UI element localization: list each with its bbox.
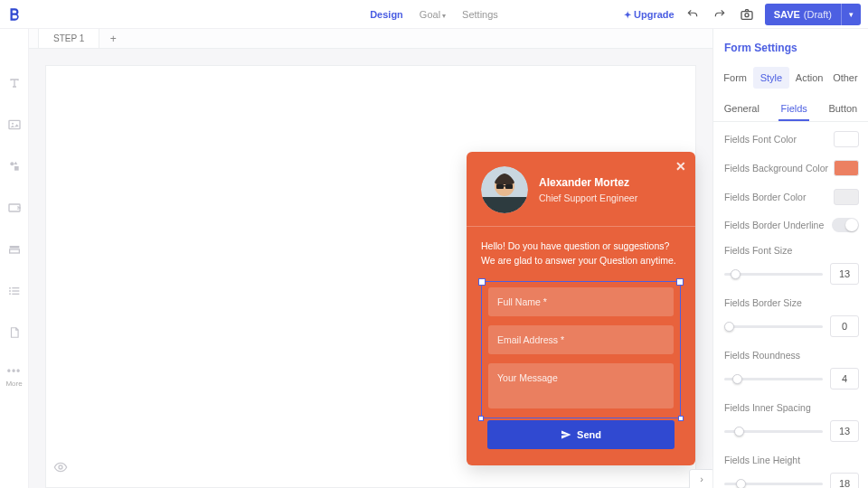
left-toolbar: ••• More [0,29,29,488]
swatch-font-color[interactable] [834,131,859,147]
svg-point-12 [9,287,10,288]
svg-rect-7 [9,246,19,249]
design-canvas[interactable]: ✕ [45,65,696,488]
nav-goal[interactable]: Goal▾ [420,9,446,20]
slider-border-size[interactable] [724,325,823,328]
contact-role: Chief Support Engineer [539,192,637,203]
input-font-size[interactable] [830,263,859,285]
contact-name: Alexander Mortez [539,176,637,189]
label-font-color: Fields Font Color [724,134,797,145]
tool-list[interactable] [5,282,24,300]
input-border-size[interactable] [830,315,859,337]
chevron-down-icon: ▾ [849,10,854,19]
upgrade-label: Upgrade [634,9,675,20]
svg-point-14 [9,294,10,295]
tool-more[interactable]: ••• More [5,365,22,388]
label-border-color: Fields Border Color [724,192,806,202]
input-line-height[interactable] [830,473,859,488]
slider-line-height[interactable] [724,483,823,485]
slider-font-size[interactable] [724,273,823,276]
avatar [481,166,528,213]
subtab-general[interactable]: General [722,98,761,121]
svg-point-3 [12,123,14,125]
redo-icon[interactable] [711,5,729,23]
label-bg-color: Fields Background Color [724,163,828,174]
email-field[interactable] [488,325,674,354]
tab-style[interactable]: Style [753,67,789,89]
label-inner-spacing: Fields Inner Spacing [724,402,859,413]
tool-section[interactable] [5,240,24,258]
add-step-button[interactable]: + [99,29,127,48]
save-sub-label: (Draft) [804,9,832,20]
svg-point-1 [745,13,749,16]
input-inner-spacing[interactable] [830,420,859,442]
send-button[interactable]: Send [487,420,675,449]
app-logo[interactable] [0,0,29,29]
svg-rect-8 [9,249,19,253]
fields-selection[interactable] [481,281,681,418]
swatch-border-color[interactable] [834,189,859,205]
label-font-size: Fields Font Size [724,245,859,256]
svg-point-15 [59,465,62,469]
svg-rect-18 [481,197,528,213]
camera-icon[interactable] [738,5,756,23]
save-dropdown[interactable]: ▾ [841,4,861,25]
label-border-underline: Fields Border Underline [724,220,824,230]
paper-plane-icon [561,429,571,440]
tab-other[interactable]: Other [829,67,862,89]
preview-icon[interactable] [53,460,68,478]
svg-point-13 [9,291,10,292]
chevron-down-icon: ▾ [442,12,446,20]
toggle-border-underline[interactable] [832,218,859,232]
svg-rect-5 [14,166,19,171]
undo-icon[interactable] [684,5,702,23]
save-button[interactable]: SAVE (Draft) [765,4,841,25]
settings-panel: Form Settings Form Style Action Other Ge… [712,29,868,488]
subtab-fields[interactable]: Fields [778,98,808,121]
send-label: Send [577,429,601,440]
label-roundness: Fields Roundness [724,350,859,361]
nav-settings[interactable]: Settings [462,9,498,20]
chevron-right-icon: › [700,474,703,484]
step-tab-1[interactable]: STEP 1 [38,29,99,48]
upgrade-icon: ✦ [624,10,634,20]
svg-rect-22 [504,185,505,187]
upgrade-link[interactable]: ✦ Upgrade [624,9,674,20]
close-icon[interactable]: ✕ [675,159,686,174]
tool-doc[interactable] [5,324,24,342]
tool-text[interactable] [5,74,24,92]
tool-image[interactable] [5,116,24,134]
tab-action[interactable]: Action [792,67,827,89]
svg-rect-21 [505,184,513,189]
label-line-height: Fields Line Height [724,455,859,465]
tool-embed[interactable] [5,199,24,217]
tab-form[interactable]: Form [720,67,750,89]
message-field[interactable] [488,363,674,408]
greeting-line1: Hello! Do you have question or suggestio… [481,240,669,251]
swatch-bg-color[interactable] [834,160,859,176]
svg-point-4 [10,162,14,165]
nav-design[interactable]: Design [370,9,403,20]
svg-rect-6 [9,204,20,211]
contact-popup: ✕ [467,152,695,465]
plus-icon: + [110,33,117,45]
subtab-button[interactable]: Button [826,98,859,121]
full-name-field[interactable] [488,287,674,316]
greeting-line2: We are glad to answer your Question anyt… [481,255,676,266]
nav-goal-label: Goal [420,9,440,20]
tool-shapes[interactable] [5,157,24,175]
slider-inner-spacing[interactable] [724,430,823,433]
dots-icon: ••• [5,365,22,378]
save-label: SAVE [774,9,800,20]
more-label: More [5,380,22,388]
svg-rect-0 [741,11,752,19]
canvas-next-button[interactable]: › [689,469,712,488]
slider-roundness[interactable] [724,378,823,380]
greeting-text: Hello! Do you have question or suggestio… [481,239,681,268]
panel-title: Form Settings [713,29,868,63]
svg-rect-20 [496,184,504,189]
input-roundness[interactable] [830,368,859,389]
label-border-size: Fields Border Size [724,297,859,308]
